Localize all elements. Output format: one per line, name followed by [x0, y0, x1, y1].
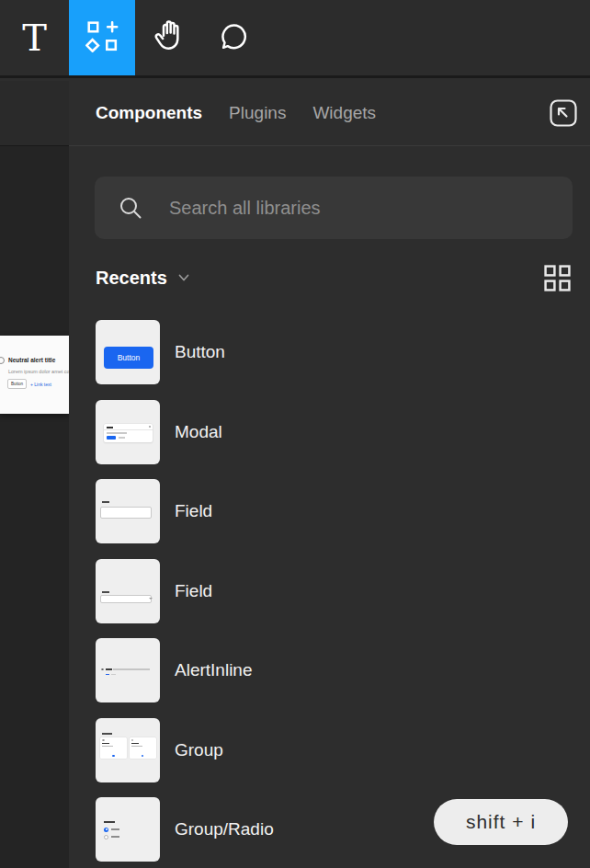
- chevron-down-icon: [176, 270, 191, 285]
- hand-tool-button[interactable]: [135, 0, 204, 75]
- list-item-group[interactable]: Group: [96, 718, 590, 782]
- text-tool-icon: T: [22, 19, 47, 56]
- list-item-alertinline[interactable]: AlertInline: [96, 638, 590, 702]
- comment-tool-icon: [217, 19, 251, 57]
- canvas-area[interactable]: Neutral alert title Lorem ipsum dolor am…: [0, 81, 69, 868]
- tab-widgets[interactable]: Widgets: [312, 103, 376, 123]
- search-icon: [118, 195, 143, 221]
- popout-icon: [548, 97, 579, 129]
- list-item-label: Field: [175, 501, 212, 521]
- components-tool-button[interactable]: [69, 0, 135, 75]
- comment-tool-button[interactable]: [204, 0, 263, 75]
- shortcut-hint-badge: shift + i: [434, 799, 568, 845]
- panel-tabs: Components Plugins Widgets: [69, 81, 590, 146]
- alert-card-body: Lorem ipsum dolor amet consec: [8, 369, 69, 374]
- list-item-label: Field: [175, 581, 212, 601]
- list-item-label: AlertInline: [175, 660, 253, 680]
- list-item-button[interactable]: Button Button: [96, 320, 590, 384]
- grid-view-icon: [543, 264, 572, 292]
- canvas-top-band: [0, 81, 69, 146]
- info-icon: [0, 357, 5, 364]
- preview-select-caret: [149, 598, 153, 600]
- alertinline-thumbnail: [96, 638, 160, 702]
- group-thumbnail: [96, 718, 160, 782]
- field-thumbnail: [96, 479, 160, 543]
- alert-card-button: Button: [7, 379, 27, 389]
- search-input[interactable]: [169, 198, 558, 219]
- tab-plugins[interactable]: Plugins: [229, 103, 286, 123]
- button-thumbnail: Button: [96, 320, 160, 384]
- list-item-field-select[interactable]: Field: [96, 559, 590, 623]
- preview-field-label: [102, 591, 109, 593]
- top-toolbar: T: [0, 0, 590, 78]
- preview-button: Button: [104, 347, 153, 369]
- hand-tool-icon: [152, 17, 188, 58]
- list-item-modal[interactable]: Modal: [96, 400, 590, 464]
- list-item-field[interactable]: Field: [96, 479, 590, 543]
- list-item-label: Modal: [175, 422, 222, 442]
- alert-card-title: Neutral alert title: [8, 357, 55, 363]
- components-tool-icon: [85, 19, 119, 56]
- list-item-label: Group/Radio: [175, 819, 274, 839]
- preview-field-label: [102, 501, 109, 503]
- preview-radio-selected: [104, 828, 108, 832]
- search-bar[interactable]: [95, 177, 573, 239]
- preview-modal: [104, 424, 153, 442]
- modal-thumbnail: [96, 400, 160, 464]
- popout-panel-button[interactable]: [547, 97, 580, 130]
- preview-field-input: [100, 507, 152, 519]
- preview-radio-unselected: [104, 835, 108, 839]
- preview-field-select: [100, 595, 152, 603]
- list-item-label: Group: [175, 740, 223, 760]
- list-item-label: Button: [175, 342, 225, 362]
- grid-view-button[interactable]: [543, 264, 572, 292]
- components-panel: Components Plugins Widgets Recents: [69, 81, 590, 868]
- alert-card-link: + Link text: [30, 382, 51, 387]
- text-tool-button[interactable]: T: [0, 0, 69, 75]
- group-radio-thumbnail: [96, 797, 160, 862]
- recents-dropdown[interactable]: [176, 270, 191, 285]
- field-select-thumbnail: [96, 559, 160, 623]
- recents-label: Recents: [96, 268, 167, 289]
- tab-components[interactable]: Components: [96, 103, 202, 123]
- canvas-alert-card[interactable]: Neutral alert title Lorem ipsum dolor am…: [0, 336, 69, 414]
- recents-header: Recents: [96, 261, 572, 294]
- components-list: Button Button Modal Field: [96, 320, 590, 862]
